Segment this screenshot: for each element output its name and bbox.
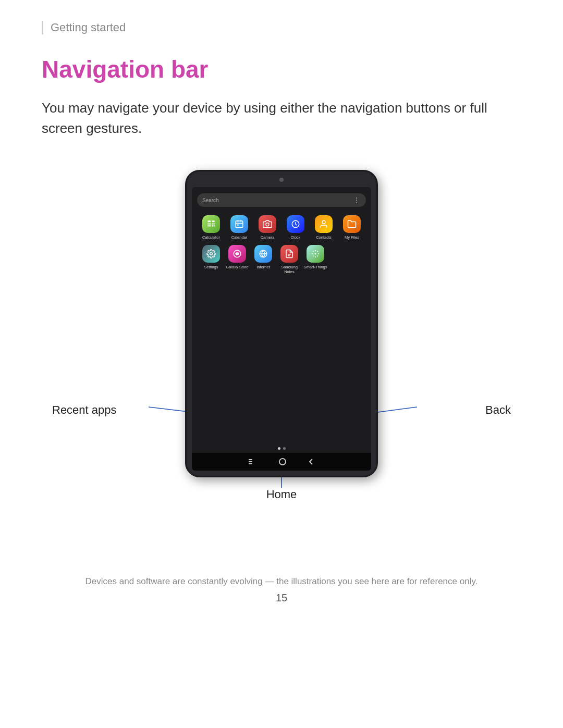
footer-text: Devices and software are constantly evol… [42,566,521,587]
svg-point-27 [315,250,316,251]
list-item: Camera [254,215,280,240]
svg-rect-6 [207,225,209,226]
svg-point-30 [318,253,319,254]
svg-point-20 [322,220,325,224]
tablet-screen: Search ⋮ Calculator [192,187,371,471]
tablet-search-bar: Search ⋮ [197,193,366,207]
app-row-2: Settings Galaxy Store [197,245,366,274]
app-label-calendar: Calendar [231,235,247,240]
tablet-camera [279,178,284,182]
diagram-container: Search ⋮ Calculator [47,170,516,503]
recent-apps-label: Recent apps [52,403,117,417]
calculator-icon [202,215,220,233]
settings-icon [202,245,220,263]
svg-point-21 [210,253,213,255]
back-nav-button [308,458,315,465]
breadcrumb-text: Getting started [51,21,126,34]
tablet-search-menu: ⋮ [353,196,361,204]
svg-rect-11 [212,225,213,226]
app-label-samsung-notes: Samsung Notes [276,265,302,274]
tablet-nav-bar [192,453,371,471]
app-label-calculator: Calculator [202,235,220,240]
home-nav-button [278,458,287,466]
smart-things-icon [307,245,324,263]
svg-point-26 [315,253,316,255]
home-label: Home [266,488,297,501]
back-label: Back [485,403,511,417]
internet-icon [254,245,272,263]
list-item: Smart-Things [302,245,328,274]
app-row-1: Calculator Calendar [197,215,366,240]
callout-area: Search ⋮ Calculator [47,170,516,503]
page-dot-2 [283,447,286,450]
app-label-clock: Clock [291,235,301,240]
contacts-icon [315,215,333,233]
svg-rect-12 [214,225,215,226]
camera-icon [259,215,276,233]
page-dot-1 [278,447,280,450]
list-item: Calendar [226,215,252,240]
app-grid: Calculator Calendar [192,212,371,282]
tablet-search-text: Search [202,198,219,203]
svg-rect-13 [236,221,243,228]
list-item: Samsung Notes [276,245,302,274]
svg-rect-4 [207,224,209,225]
myfiles-icon [343,215,361,233]
list-item: Settings [198,245,224,274]
app-label-camera: Camera [261,235,275,240]
page-number: 15 [42,592,521,604]
svg-point-28 [315,256,316,257]
app-label-smart-things: Smart-Things [303,265,327,269]
list-item: Clock [283,215,309,240]
tablet-side-button [376,234,378,260]
list-item: Galaxy Store [224,245,250,274]
app-label-myfiles: My Files [345,235,359,240]
svg-point-18 [266,223,269,226]
list-item: Contacts [311,215,337,240]
app-label-contacts: Contacts [316,235,332,240]
galaxy-store-icon [228,245,246,263]
svg-point-31 [313,251,314,252]
svg-point-33 [317,251,318,252]
page-title: Navigation bar [42,55,521,83]
svg-rect-10 [214,224,215,225]
list-item: My Files [339,215,365,240]
app-label-settings: Settings [204,265,218,269]
svg-rect-7 [209,225,211,226]
page-description: You may navigate your device by using ei… [42,98,511,139]
tablet-device: Search ⋮ Calculator [185,170,378,477]
svg-point-34 [313,255,314,256]
list-item: Internet [250,245,276,274]
svg-rect-8 [212,220,215,222]
svg-rect-17 [237,225,238,226]
svg-rect-3 [207,220,211,222]
svg-point-29 [312,253,313,254]
tablet-device-wrapper: Search ⋮ Calculator [185,170,378,477]
svg-rect-5 [209,224,211,225]
clock-app-icon [287,215,304,233]
list-item: Calculator [198,215,224,240]
svg-point-32 [317,255,318,256]
page-dots [192,447,371,450]
recent-apps-nav-button [248,459,258,465]
breadcrumb: Getting started [42,21,521,34]
svg-rect-9 [212,224,213,225]
app-label-galaxy-store: Galaxy Store [226,265,248,269]
samsung-notes-icon [280,245,298,263]
svg-point-38 [279,459,286,465]
calendar-icon [230,215,248,233]
app-label-internet: Internet [256,265,270,269]
